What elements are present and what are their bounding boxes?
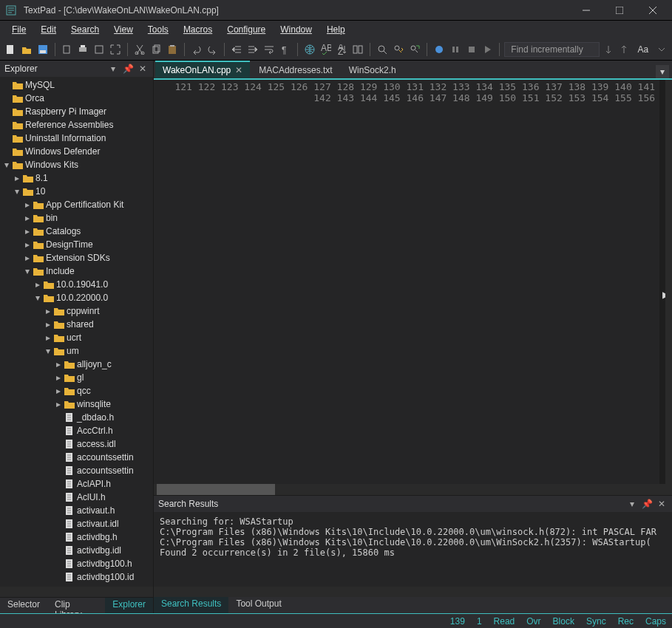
editor-hscroll[interactable] [154, 484, 672, 495]
tab-clip-library[interactable]: Clip Library [47, 598, 105, 613]
editor-tab-WinSock2-h[interactable]: WinSock2.h [342, 61, 404, 78]
menu-view[interactable]: View [106, 23, 140, 36]
tab-close-icon[interactable]: ✕ [235, 65, 242, 75]
editor-vscroll[interactable] [665, 80, 672, 484]
tree-designtime[interactable]: ▸DesignTime [0, 238, 153, 251]
sort-icon[interactable]: AZ [335, 41, 350, 58]
search-results-body[interactable]: Searching for: WSAStartup C:\Program Fil… [154, 512, 672, 587]
wrap-icon[interactable] [262, 41, 276, 58]
menu-search[interactable]: Search [64, 23, 106, 36]
fullscreen-icon[interactable] [108, 41, 123, 58]
tree-shared[interactable]: ▸shared [0, 318, 153, 331]
tree-file-activdbg100-h[interactable]: activdbg100.h [0, 557, 153, 570]
search-hscroll[interactable] [154, 587, 672, 597]
toolbar-dropdown-icon[interactable] [654, 41, 669, 58]
menu-macros[interactable]: Macros [176, 23, 220, 36]
copy-icon[interactable] [60, 41, 75, 58]
code-body[interactable]: // Create socket // Socket variables WSA… [659, 80, 665, 484]
tree-file-activaut-idl[interactable]: activaut.idl [0, 517, 153, 530]
explorer-hscroll[interactable] [0, 587, 153, 597]
menu-file[interactable]: File [4, 23, 33, 36]
menu-edit[interactable]: Edit [33, 23, 64, 36]
indent-right-icon[interactable] [245, 41, 260, 58]
search-up-icon[interactable] [617, 41, 632, 58]
pause-macro-icon[interactable] [448, 41, 463, 58]
search-close-icon[interactable]: ✕ [656, 499, 668, 509]
tab-tool-output[interactable]: Tool Output [228, 597, 288, 613]
tab-selector[interactable]: Selector [0, 598, 47, 613]
indent-left-icon[interactable] [229, 41, 244, 58]
tree-ucrt[interactable]: ▸ucrt [0, 331, 153, 344]
tree-winsqlite[interactable]: ▸winsqlite [0, 397, 153, 411]
tree-file-activaut-h[interactable]: activaut.h [0, 504, 153, 517]
tab-overflow-icon[interactable]: ▾ [656, 65, 669, 78]
explorer-close-icon[interactable]: ✕ [137, 64, 149, 74]
tree-22000[interactable]: ▾10.0.22000.0 [0, 291, 153, 304]
pilcrow-icon[interactable]: ¶ [278, 41, 293, 58]
tree-qcc[interactable]: ▸qcc [0, 384, 153, 397]
tree-extension-sdks[interactable]: ▸Extension SDKs [0, 251, 153, 264]
tree-gl[interactable]: ▸gl [0, 371, 153, 384]
tree-um[interactable]: ▾um [0, 344, 153, 358]
minimize-button[interactable] [569, 0, 603, 21]
explorer-dropdown-icon[interactable]: ▾ [107, 64, 119, 74]
menu-configure[interactable]: Configure [220, 23, 273, 36]
editor-tab-MACAddresses-txt[interactable]: MACAddresses.txt [251, 61, 339, 78]
tree-file-activdbg-idl[interactable]: activdbg.idl [0, 544, 153, 557]
spellcheck-icon[interactable]: ABC [319, 41, 333, 58]
tree-catalogs[interactable]: ▸Catalogs [0, 225, 153, 238]
tree-uninstall-information[interactable]: Uninstall Information [0, 132, 153, 145]
tree-10[interactable]: ▾10 [0, 185, 153, 198]
maximize-button[interactable] [603, 0, 636, 21]
tree-orca[interactable]: Orca [0, 92, 153, 105]
search-pin-icon[interactable]: 📌 [641, 499, 653, 509]
tree-reference-assemblies[interactable]: Reference Assemblies [0, 118, 153, 132]
file-tree[interactable]: MySQLOrcaRaspberry Pi ImagerReference As… [0, 77, 153, 587]
tree-mysql[interactable]: MySQL [0, 78, 153, 92]
stop-macro-icon[interactable] [464, 41, 479, 58]
tree-file-accountssettin[interactable]: accountssettin [0, 464, 153, 477]
tree-file-AclAPI-h[interactable]: AclAPI.h [0, 477, 153, 491]
tree-file-activdbg100-id[interactable]: activdbg100.id [0, 570, 153, 584]
tree-file-AclUI-h[interactable]: AclUI.h [0, 491, 153, 504]
editor-tab-WakeOnLAN-cpp[interactable]: WakeOnLAN.cpp✕ [155, 61, 250, 78]
preview-icon[interactable] [92, 41, 106, 58]
tree-alljoyn_c[interactable]: ▸alljoyn_c [0, 358, 153, 371]
globe-icon[interactable] [302, 41, 317, 58]
tree-19041[interactable]: ▸10.0.19041.0 [0, 278, 153, 291]
tree-file-access-idl[interactable]: access.idl [0, 437, 153, 451]
menu-tools[interactable]: Tools [140, 23, 176, 36]
find-icon[interactable] [375, 41, 390, 58]
copy2-icon[interactable] [149, 41, 163, 58]
cut-icon[interactable] [132, 41, 147, 58]
find-next-icon[interactable] [391, 41, 406, 58]
new-file-icon[interactable] [3, 41, 18, 58]
tree-include[interactable]: ▾Include [0, 264, 153, 278]
tree-file-activdbg-h[interactable]: activdbg.h [0, 530, 153, 544]
undo-icon[interactable] [189, 41, 204, 58]
tree-raspberry-pi-imager[interactable]: Raspberry Pi Imager [0, 105, 153, 118]
save-icon[interactable] [35, 41, 50, 58]
compare-icon[interactable] [350, 41, 365, 58]
code-editor[interactable]: 121 122 123 124 125 126 127 128 129 130 … [154, 80, 672, 484]
play-macro-icon[interactable] [481, 41, 495, 58]
tab-search-results[interactable]: Search Results [154, 597, 228, 613]
redo-icon[interactable] [206, 41, 220, 58]
tree-8-1[interactable]: ▸8.1 [0, 171, 153, 185]
open-file-icon[interactable] [19, 41, 34, 58]
print-icon[interactable] [75, 41, 90, 58]
search-down-icon[interactable] [601, 41, 616, 58]
search-dropdown-icon[interactable]: ▾ [626, 499, 638, 509]
tab-explorer[interactable]: Explorer [105, 598, 153, 613]
replace-icon[interactable] [407, 41, 422, 58]
explorer-pin-icon[interactable]: 📌 [122, 64, 134, 74]
tree-file-AccCtrl-h[interactable]: AccCtrl.h [0, 424, 153, 437]
paste-icon[interactable] [165, 41, 180, 58]
tree-cppwinrt[interactable]: ▸cppwinrt [0, 304, 153, 318]
tree-bin[interactable]: ▸bin [0, 211, 153, 225]
close-button[interactable] [636, 0, 669, 21]
tree-file-_dbdao-h[interactable]: _dbdao.h [0, 411, 153, 424]
record-macro-icon[interactable] [432, 41, 447, 58]
menu-window[interactable]: Window [273, 23, 319, 36]
match-case-button[interactable]: Aa [633, 43, 653, 56]
